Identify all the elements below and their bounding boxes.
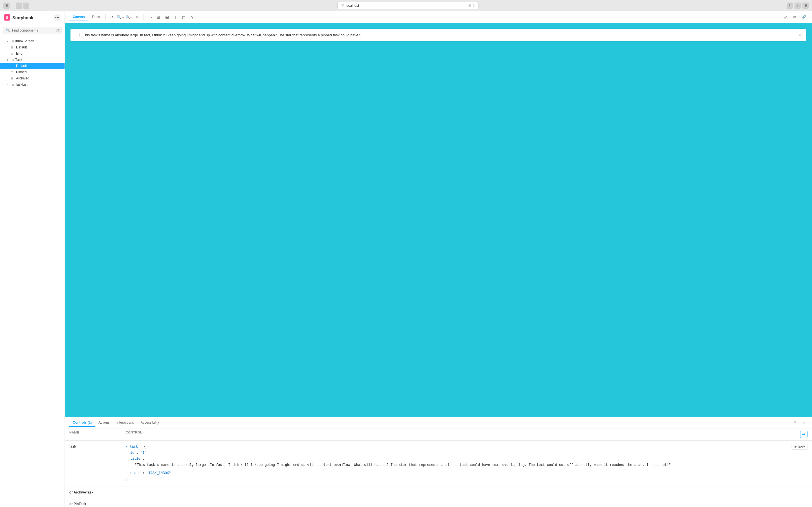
link-btn[interactable]: 🔗: [800, 13, 808, 21]
story-icon: ⊟: [11, 76, 15, 80]
reset-all-btn[interactable]: ↩: [800, 431, 808, 438]
control-value-onArchivetask: -: [126, 490, 808, 494]
canvas-content: This task's name is absurdly large. In f…: [65, 23, 812, 47]
control-row-onArchivetask: onArchiveTask -: [65, 487, 812, 498]
control-name-onArchivetask: onArchiveTask: [69, 490, 126, 494]
grid-view-btn[interactable]: ⊞: [154, 13, 162, 21]
canvas-area: This task's name is absurdly large. In f…: [65, 23, 812, 417]
control-dash: -: [126, 490, 127, 494]
story-icon: ⊟: [11, 52, 15, 55]
component-group-icon: ⊞: [11, 83, 14, 86]
tab-actions[interactable]: Actions: [95, 419, 113, 427]
share-btn[interactable]: ⬆: [786, 3, 793, 9]
fullscreen-btn[interactable]: ⤢: [781, 13, 790, 21]
sidebar-item-label: Archived: [16, 76, 29, 80]
panel-close-btn[interactable]: ✕: [800, 419, 808, 427]
sidebar-item-label: InboxScreen: [15, 39, 34, 43]
control-value-onPintask: -: [126, 501, 808, 506]
task-star-icon[interactable]: ★: [798, 33, 802, 37]
help-btn[interactable]: ?: [188, 13, 196, 21]
raw-toggle-btn[interactable]: 👁 RAW: [791, 444, 808, 450]
url-text: localhost: [346, 4, 359, 8]
task-checkbox[interactable]: [75, 33, 80, 37]
new-tab-btn[interactable]: +: [795, 3, 801, 9]
sidebar-item-label: TaskList: [15, 82, 28, 87]
app-title: Storybook: [12, 15, 33, 20]
toolbar-right-actions: ⤢ ⧉ 🔗: [781, 13, 808, 21]
tab-docs[interactable]: Docs: [89, 13, 103, 21]
header-name: Name: [69, 431, 126, 438]
search-input[interactable]: [12, 29, 54, 33]
main-content: Canvas Docs ↺ 🔍+ 🔍− ⊙ ▭ ⊞ ▣ ⌶ ◻ ? ⤢ ⧉ 🔗: [65, 11, 812, 507]
zoom-in-btn[interactable]: 🔍+: [116, 13, 124, 21]
expand-icon: ▸: [7, 83, 10, 86]
component-group-icon: ⊞: [11, 58, 14, 61]
control-value-task[interactable]: - task : { id : "1" title : "This task's…: [126, 444, 791, 483]
sidebar-toggle-btn[interactable]: ⊞: [3, 3, 10, 9]
sidebar-item-label: Default: [16, 64, 27, 68]
panel-tab-actions: ⊟ ✕: [791, 419, 808, 427]
sidebar-item-inboxscreen[interactable]: ▾ ⊞ InboxScreen: [0, 38, 64, 44]
grid-btn[interactable]: ⊞: [802, 3, 809, 9]
zoom-out-btn[interactable]: 🔍−: [125, 13, 133, 21]
task-title: This task's name is absurdly large. In f…: [83, 33, 795, 37]
sidebar-item-task-default[interactable]: ⊟ Default: [0, 63, 64, 69]
sidebar-header: S Storybook •••: [0, 11, 64, 24]
tab-canvas[interactable]: Canvas: [69, 13, 88, 21]
panel-tab-bar: Controls (1) Actions Interactions Access…: [65, 417, 812, 429]
browser-chrome: ⊞ ‹ › 🛡 localhost ⊟ ↻ ⬆ + ⊞: [0, 0, 812, 11]
task-card: This task's name is absurdly large. In f…: [70, 29, 806, 41]
component-tree: ▾ ⊞ InboxScreen ⊟ Default ⊟ Error ▾ ⊞ Ta…: [0, 37, 64, 507]
forward-btn[interactable]: ›: [23, 3, 29, 9]
code-block: - task : { id : "1" title : "This task's…: [126, 444, 791, 483]
header-control: Control: [126, 431, 796, 438]
control-dash-2: -: [126, 501, 127, 506]
tab-accessibility[interactable]: Accessibility: [137, 419, 162, 427]
reader-icon: ⊟: [468, 4, 471, 7]
search-shortcut: /: [56, 29, 60, 33]
reload-icon[interactable]: ↻: [472, 4, 475, 8]
sidebar-item-tasklist[interactable]: ▸ ⊞ TaskList: [0, 81, 64, 88]
reload-btn[interactable]: ↺: [108, 13, 116, 21]
eye-icon: 👁: [794, 445, 797, 448]
raw-label: RAW: [798, 445, 805, 448]
sidebar-item-inboxscreen-default[interactable]: ⊟ Default: [0, 44, 64, 50]
sidebar-item-label: Default: [16, 45, 27, 49]
main-toolbar: Canvas Docs ↺ 🔍+ 🔍− ⊙ ▭ ⊞ ▣ ⌶ ◻ ? ⤢ ⧉ 🔗: [65, 11, 812, 23]
sidebar-item-task-pinned[interactable]: ⊟ Pinned: [0, 69, 64, 75]
story-icon: ⊟: [11, 64, 15, 68]
sidebar-item-label: Task: [15, 58, 22, 62]
search-icon: 🔍: [6, 29, 10, 33]
controls-table: Name Control ↩ task - task : { id : "1" …: [65, 429, 812, 507]
control-name-task: task: [69, 444, 126, 448]
control-raw-col: 👁 RAW: [791, 444, 808, 450]
toolbar-separator: [105, 14, 106, 20]
sidebar-item-task[interactable]: ▾ ⊞ Task: [0, 57, 64, 63]
sidebar-item-label: Pinned: [16, 70, 27, 74]
sidebar-item-label: Error: [16, 52, 24, 55]
component-group-icon: ⊞: [11, 40, 14, 43]
panel-btn[interactable]: ▣: [163, 13, 171, 21]
toolbar-separator-2: [144, 14, 144, 20]
more-menu-btn[interactable]: •••: [54, 14, 61, 21]
controls-table-header: Name Control ↩: [65, 429, 812, 441]
story-icon: ⊟: [11, 70, 15, 74]
sidebar-item-task-archived[interactable]: ⊟ Archived: [0, 75, 64, 81]
zoom-reset-btn[interactable]: ⊙: [133, 13, 141, 21]
tab-controls[interactable]: Controls (1): [69, 419, 95, 427]
story-icon: ⊟: [11, 46, 15, 49]
tab-interactions[interactable]: Interactions: [113, 419, 137, 427]
outline-btn[interactable]: ◻: [180, 13, 188, 21]
control-row-task: task - task : { id : "1" title : "This t…: [65, 441, 812, 487]
panel-layout-btn[interactable]: ⊟: [791, 419, 799, 427]
control-row-onPintask: onPinTask -: [65, 498, 812, 507]
url-bar[interactable]: 🛡 localhost ⊟ ↻: [338, 2, 478, 9]
search-bar[interactable]: 🔍 /: [3, 27, 62, 34]
storybook-logo: S: [4, 14, 10, 20]
viewport-btn[interactable]: ▭: [146, 13, 154, 21]
new-window-btn[interactable]: ⧉: [791, 13, 799, 21]
sidebar-item-inboxscreen-error[interactable]: ⊟ Error: [0, 50, 64, 57]
back-btn[interactable]: ‹: [16, 3, 22, 9]
measure-btn[interactable]: ⌶: [171, 13, 179, 21]
sidebar: S Storybook ••• 🔍 / ▾ ⊞ InboxScreen ⊟ De…: [0, 11, 65, 507]
